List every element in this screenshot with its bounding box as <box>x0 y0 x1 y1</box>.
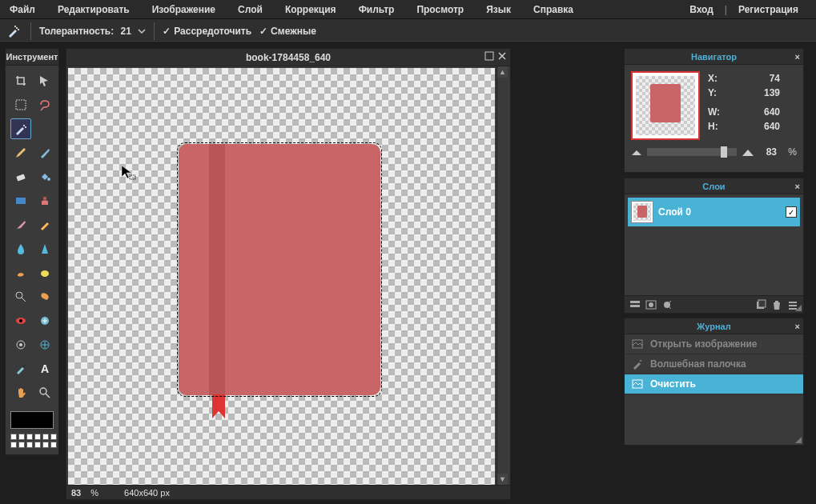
navigator-thumbnail[interactable] <box>631 71 700 140</box>
clear-icon <box>631 378 644 390</box>
register-link[interactable]: Регистрация <box>727 4 810 15</box>
layers-title: Слои <box>702 182 725 191</box>
menu-image[interactable]: Изображение <box>141 4 227 15</box>
dropdown-icon[interactable] <box>138 27 146 35</box>
zoom-value[interactable]: 83 <box>759 146 783 158</box>
layer-thumbnail <box>631 201 653 223</box>
maximize-icon[interactable] <box>484 51 494 61</box>
type-tool[interactable]: A <box>34 358 55 379</box>
layer-row[interactable]: Слой 0 ✓ <box>628 198 800 226</box>
anti-alias-checkbox[interactable]: ✓ Рассредоточить <box>163 26 251 37</box>
scroll-up-icon[interactable]: ▲ <box>497 66 508 78</box>
svg-rect-24 <box>485 52 493 60</box>
layer-name[interactable]: Слой 0 <box>658 206 781 218</box>
blur-tool[interactable] <box>10 238 31 259</box>
history-item-wand[interactable]: Волшебная палочка <box>625 354 803 374</box>
login-link[interactable]: Вход <box>686 4 725 15</box>
color-swatches[interactable] <box>10 434 54 448</box>
colorpicker-tool[interactable] <box>10 358 31 379</box>
dodge-tool[interactable] <box>10 286 31 307</box>
red-eye-tool[interactable] <box>10 310 31 331</box>
menu-edit[interactable]: Редактировать <box>46 4 141 15</box>
document-titlebar[interactable]: book-1784458_640 <box>66 49 510 66</box>
resize-grip[interactable] <box>794 303 802 311</box>
magic-wand-icon <box>631 358 644 370</box>
paint-bucket-tool[interactable] <box>34 166 55 187</box>
pinch-tool[interactable] <box>34 334 55 355</box>
move-tool[interactable] <box>34 70 55 91</box>
separator <box>154 22 155 40</box>
vertical-scrollbar[interactable]: ▲ ▼ <box>496 66 508 485</box>
menu-file[interactable]: Файл <box>6 4 46 15</box>
spot-heal-tool[interactable] <box>34 310 55 331</box>
color-replace-tool[interactable] <box>10 214 31 235</box>
new-layer-icon[interactable] <box>755 299 766 310</box>
svg-rect-27 <box>630 305 640 307</box>
tolerance-label: Толерантность: <box>39 26 114 37</box>
svg-point-15 <box>19 319 22 322</box>
delete-layer-icon[interactable] <box>771 299 782 310</box>
eraser-tool[interactable] <box>10 166 31 187</box>
resize-grip[interactable] <box>794 435 802 443</box>
zoom-unit: % <box>90 488 98 498</box>
svg-point-22 <box>40 388 46 394</box>
menu-language[interactable]: Язык <box>475 4 522 15</box>
svg-point-2 <box>14 26 16 27</box>
zoom-out-icon[interactable] <box>631 148 642 156</box>
canvas[interactable] <box>68 68 495 485</box>
menu-filter[interactable]: Фильтр <box>348 4 406 15</box>
smudge-tool[interactable] <box>10 262 31 283</box>
zoom-slider[interactable] <box>647 148 737 156</box>
drawing-tool[interactable] <box>34 214 55 235</box>
layer-settings-icon[interactable] <box>629 299 641 310</box>
hand-tool[interactable] <box>10 382 31 403</box>
svg-rect-25 <box>130 175 135 179</box>
svg-rect-6 <box>16 174 25 181</box>
crop-tool[interactable] <box>10 70 31 91</box>
visibility-checkbox[interactable]: ✓ <box>786 206 797 218</box>
brush-tool[interactable] <box>34 142 55 163</box>
lasso-tool[interactable] <box>34 94 55 115</box>
history-item-open[interactable]: Открыть изображение <box>625 334 803 354</box>
zoom-in-icon[interactable] <box>742 147 754 157</box>
clone-stamp-tool[interactable] <box>34 190 55 211</box>
svg-point-20 <box>22 364 26 367</box>
foreground-color-swatch[interactable] <box>10 411 54 429</box>
svg-rect-3 <box>16 100 26 110</box>
close-icon[interactable]: × <box>795 322 800 331</box>
magic-wand-tool[interactable] <box>10 118 31 139</box>
contiguous-checkbox[interactable]: ✓ Смежные <box>259 26 316 37</box>
pencil-tool[interactable] <box>10 142 31 163</box>
svg-rect-10 <box>43 197 46 201</box>
close-icon[interactable] <box>497 51 507 61</box>
layer-mask-icon[interactable] <box>645 299 657 310</box>
sponge-tool[interactable] <box>34 262 55 283</box>
history-panel: Журнал × Открыть изображение Волшебная п… <box>624 318 804 446</box>
zoom-tool[interactable] <box>34 382 55 403</box>
scroll-down-icon[interactable]: ▼ <box>497 474 508 485</box>
menu-help[interactable]: Справка <box>522 4 585 15</box>
layer-styles-icon[interactable] <box>661 299 673 310</box>
gradient-tool[interactable] <box>10 190 31 211</box>
svg-point-12 <box>16 292 22 298</box>
menu-view[interactable]: Просмотр <box>405 4 475 15</box>
sharpen-tool[interactable] <box>34 238 55 259</box>
svg-point-7 <box>47 178 50 181</box>
menu-adjustment[interactable]: Коррекция <box>274 4 348 15</box>
options-bar: Толерантность: 21 ✓ Рассредоточить ✓ Сме… <box>0 19 816 43</box>
selection-marquee <box>177 142 382 397</box>
menu-layer[interactable]: Слой <box>227 4 274 15</box>
check-icon: ✓ <box>259 26 267 37</box>
history-item-clear[interactable]: Очистить <box>625 374 803 394</box>
history-title: Журнал <box>697 322 730 331</box>
tolerance-value[interactable]: 21 <box>119 26 133 37</box>
contiguous-label: Смежные <box>271 26 316 37</box>
svg-rect-8 <box>16 198 26 204</box>
close-icon[interactable]: × <box>795 52 800 62</box>
svg-rect-32 <box>758 300 766 307</box>
close-icon[interactable]: × <box>795 182 800 191</box>
svg-point-37 <box>640 360 641 362</box>
burn-tool[interactable] <box>34 286 55 307</box>
marquee-tool[interactable] <box>10 94 31 115</box>
bloat-tool[interactable] <box>10 334 31 355</box>
